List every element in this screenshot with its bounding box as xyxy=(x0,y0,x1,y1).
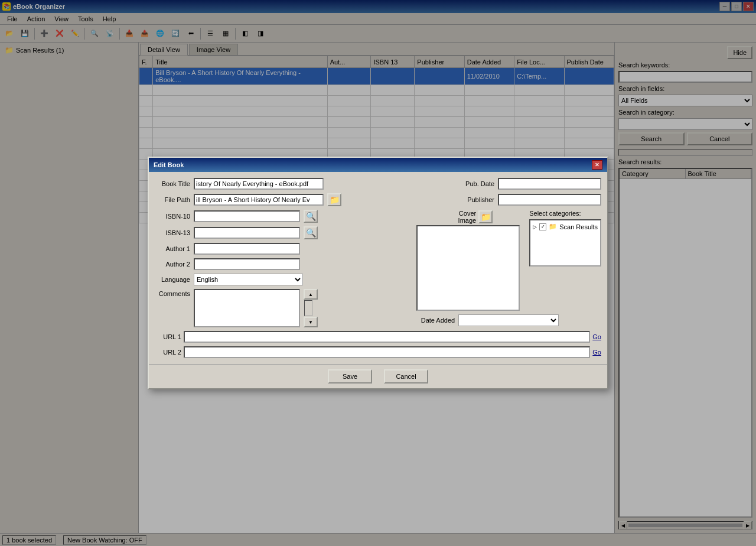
comments-row: Comments ▲ ▼ xyxy=(155,289,407,327)
url2-input[interactable] xyxy=(184,346,590,358)
category-name: Scan Results xyxy=(559,223,598,230)
author1-input[interactable] xyxy=(194,243,300,255)
cover-image-row: Cover Image 📁 Select categories: ▷ xyxy=(416,210,601,311)
save-button[interactable]: Save xyxy=(328,369,372,384)
book-title-label: Book Title xyxy=(155,180,190,187)
comments-textarea[interactable] xyxy=(194,289,300,327)
isbn13-row: ISBN-13 🔍 xyxy=(155,226,407,239)
isbn13-label: ISBN-13 xyxy=(155,229,190,236)
url1-go-link[interactable]: Go xyxy=(592,333,601,340)
cancel-button[interactable]: Cancel xyxy=(384,369,428,384)
dialog-row-filepath: File Path 📁 Publisher xyxy=(155,193,601,206)
comments-label: Comments xyxy=(155,289,190,297)
cover-image-label: Cover Image xyxy=(444,210,476,224)
url2-go-link[interactable]: Go xyxy=(592,349,601,356)
date-added-label: Date Added xyxy=(416,317,455,324)
comments-scroll-up[interactable]: ▲ xyxy=(304,289,318,300)
dialog-footer: Save Cancel xyxy=(149,364,607,388)
expand-icon: ▷ xyxy=(533,224,537,230)
author2-row: Author 2 xyxy=(155,258,407,270)
file-path-label: File Path xyxy=(155,196,190,203)
publisher-label: Publisher xyxy=(459,196,494,203)
isbn10-search-button[interactable]: 🔍 xyxy=(304,210,318,223)
categories-tree: ▷ ✓ 📁 Scan Results xyxy=(529,219,601,266)
select-categories-label: Select categories: xyxy=(529,210,601,217)
dialog-body: Book Title Pub. Date File Path 📁 Publish… xyxy=(149,172,607,364)
author2-input[interactable] xyxy=(194,258,300,270)
author1-label: Author 1 xyxy=(155,245,190,252)
isbn13-input[interactable] xyxy=(194,227,300,239)
author2-label: Author 2 xyxy=(155,261,190,268)
edit-book-dialog: Edit Book ✕ Book Title Pub. Date File Pa… xyxy=(148,157,608,389)
dialog-close-button[interactable]: ✕ xyxy=(592,160,602,170)
language-row: Language English French German Spanish xyxy=(155,274,407,285)
author1-row: Author 1 xyxy=(155,243,407,255)
isbn10-input[interactable] xyxy=(194,210,300,222)
url1-label: URL 1 xyxy=(155,333,181,340)
isbn10-label: ISBN-10 xyxy=(155,213,190,220)
pub-date-input[interactable] xyxy=(498,178,601,190)
dialog-title-text: Edit Book xyxy=(154,161,184,168)
folder-icon: 📁 xyxy=(549,223,557,230)
cover-image-box xyxy=(416,225,520,311)
language-label: Language xyxy=(155,276,190,283)
language-dropdown[interactable]: English French German Spanish xyxy=(194,274,303,285)
comments-scroll-down[interactable]: ▼ xyxy=(304,317,318,327)
category-checkbox[interactable]: ✓ xyxy=(539,223,546,230)
modal-overlay: Edit Book ✕ Book Title Pub. Date File Pa… xyxy=(0,0,756,546)
dialog-title: Edit Book ✕ xyxy=(149,158,607,172)
file-path-input[interactable] xyxy=(194,194,324,206)
pub-date-label: Pub. Date xyxy=(459,180,494,187)
dialog-row-booktitle: Book Title Pub. Date xyxy=(155,178,601,190)
url1-input[interactable] xyxy=(184,331,590,343)
dialog-row-isbn: ISBN-10 🔍 ISBN-13 🔍 Author 1 xyxy=(155,210,601,327)
url2-label: URL 2 xyxy=(155,349,181,356)
url2-row: URL 2 Go xyxy=(155,346,601,358)
publisher-input[interactable] xyxy=(498,194,601,206)
url1-row: URL 1 Go xyxy=(155,331,601,343)
isbn13-search-button[interactable]: 🔍 xyxy=(304,226,318,239)
book-title-input[interactable] xyxy=(194,178,324,190)
cover-image-browse-button[interactable]: 📁 xyxy=(478,210,493,223)
isbn10-row: ISBN-10 🔍 xyxy=(155,210,407,223)
date-added-dropdown[interactable] xyxy=(458,314,559,326)
date-added-row: Date Added xyxy=(416,314,601,326)
category-scan-results[interactable]: ▷ ✓ 📁 Scan Results xyxy=(533,223,598,230)
file-path-browse-button[interactable]: 📁 xyxy=(327,193,341,206)
